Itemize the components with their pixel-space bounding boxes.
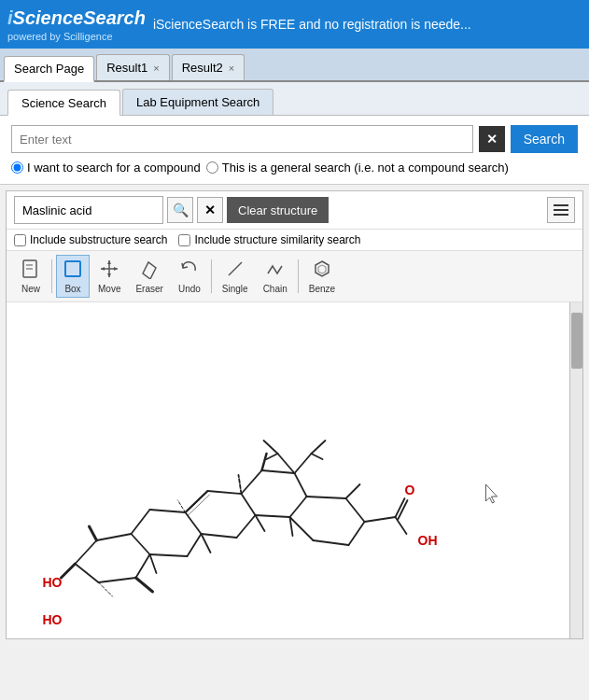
svg-line-59 — [202, 534, 211, 553]
svg-line-44 — [312, 441, 326, 454]
tool-undo[interactable]: Undo — [172, 255, 207, 298]
radio-compound-text: I want to search for a compound — [27, 161, 201, 175]
molecule-name-input[interactable] — [14, 196, 163, 224]
tool-benze[interactable]: Benze — [302, 255, 342, 298]
tab-result1-close[interactable]: × — [153, 63, 159, 74]
svg-line-35 — [307, 497, 346, 498]
radio-row: I want to search for a compound This is … — [11, 161, 578, 175]
hamburger-line-2 — [554, 209, 568, 211]
tool-sep-2 — [211, 259, 212, 293]
powered-by-label: powered by Scilligence — [7, 31, 146, 42]
svg-rect-3 — [65, 261, 80, 276]
tool-undo-icon — [179, 259, 200, 282]
radio-compound[interactable] — [11, 161, 23, 174]
search-area: ✕ Search I want to search for a compound… — [0, 116, 589, 185]
substructure-checkbox[interactable] — [14, 234, 26, 246]
section-tab-lab-label: Lab Equipment Search — [136, 95, 259, 109]
svg-line-50 — [99, 582, 113, 596]
vertical-scrollbar[interactable] — [569, 302, 582, 638]
similarity-checkbox[interactable] — [178, 234, 190, 246]
svg-line-43 — [278, 454, 295, 473]
tab-result2-close[interactable]: × — [229, 63, 234, 74]
svg-line-33 — [262, 470, 295, 473]
section-tabs: Science Search Lab Equipment Search — [0, 82, 589, 116]
clear-text-button[interactable]: ✕ — [479, 126, 505, 152]
svg-marker-9 — [114, 267, 118, 271]
tab-search-page-label: Search Page — [14, 62, 84, 76]
svg-line-14 — [76, 564, 99, 582]
molecule-canvas[interactable]: HO HO OH O — [7, 302, 582, 638]
tool-box-icon — [63, 259, 83, 282]
tool-chain[interactable]: Chain — [257, 255, 294, 298]
app-header: iScienceSearch powered by Scilligence iS… — [0, 0, 589, 49]
svg-marker-12 — [316, 261, 329, 276]
app-logo: iScienceSearch — [7, 7, 146, 29]
tool-box-label: Box — [64, 284, 80, 294]
svg-line-20 — [150, 554, 188, 556]
svg-line-41 — [189, 495, 210, 515]
similarity-label: Include structure similarity search — [194, 233, 360, 246]
ho-label-2: HO — [43, 612, 63, 627]
mol-clear-icon: ✕ — [204, 203, 216, 217]
search-button[interactable]: Search — [511, 125, 578, 153]
tool-single[interactable]: Single — [216, 255, 255, 298]
mol-clear-button[interactable]: ✕ — [197, 197, 223, 223]
svg-line-18 — [97, 534, 132, 540]
svg-line-62 — [346, 484, 360, 498]
svg-line-16 — [136, 554, 150, 578]
section-tab-lab[interactable]: Lab Equipment Search — [122, 89, 273, 115]
tool-eraser[interactable]: Eraser — [129, 255, 169, 298]
tool-eraser-label: Eraser — [135, 284, 162, 294]
svg-line-53 — [262, 454, 267, 470]
svg-line-17 — [132, 534, 150, 554]
svg-marker-7 — [107, 273, 111, 277]
clear-structure-button[interactable]: Clear structure — [227, 197, 329, 223]
svg-line-40 — [186, 491, 208, 512]
scroll-thumb[interactable] — [571, 313, 582, 369]
tool-new-label: New — [21, 284, 40, 294]
tool-new[interactable]: New — [14, 255, 48, 298]
svg-marker-6 — [107, 260, 111, 264]
svg-line-34 — [242, 470, 262, 494]
mol-search-button[interactable]: 🔍 — [167, 197, 193, 223]
hamburger-line-1 — [554, 204, 568, 206]
tool-eraser-icon — [139, 259, 160, 282]
tool-box[interactable]: Box — [56, 255, 90, 298]
hamburger-menu-button[interactable] — [547, 197, 575, 223]
svg-line-26 — [237, 515, 256, 538]
svg-line-39 — [290, 517, 314, 540]
radio-general[interactable] — [206, 161, 218, 174]
svg-line-48 — [90, 526, 97, 540]
search-input[interactable] — [11, 125, 473, 153]
tool-new-icon — [21, 259, 41, 282]
clear-text-icon: ✕ — [486, 132, 498, 147]
svg-line-37 — [349, 522, 365, 545]
tool-chain-icon — [265, 259, 286, 282]
header-message: iScienceSearch is FREE and no registrati… — [153, 17, 582, 32]
substructure-checkbox-label[interactable]: Include substructure search — [14, 233, 167, 246]
svg-line-60 — [256, 515, 265, 531]
radio-general-label[interactable]: This is a general search (i.e. not a com… — [206, 161, 509, 175]
hamburger-line-3 — [554, 214, 568, 216]
mol-search-bar: 🔍 ✕ Clear structure — [7, 191, 582, 230]
ho-label-1: HO — [43, 575, 63, 590]
radio-compound-label[interactable]: I want to search for a compound — [11, 161, 201, 175]
tabs-row: Search Page Result1 × Result2 × — [0, 49, 589, 82]
svg-line-46 — [264, 441, 278, 454]
tab-result1[interactable]: Result1 × — [96, 54, 170, 80]
cursor-pointer — [486, 484, 498, 503]
tool-undo-label: Undo — [178, 284, 201, 294]
tool-move[interactable]: Move — [91, 255, 127, 298]
svg-line-47 — [267, 454, 278, 459]
tab-result2-label: Result2 — [182, 61, 223, 75]
svg-line-25 — [202, 534, 237, 538]
tab-search-page[interactable]: Search Page — [4, 56, 94, 82]
section-tab-science[interactable]: Science Search — [7, 90, 120, 116]
similarity-checkbox-label[interactable]: Include structure similarity search — [178, 233, 360, 246]
svg-line-21 — [188, 534, 202, 556]
tab-result2[interactable]: Result2 × — [172, 54, 245, 80]
tool-benze-icon — [312, 259, 332, 282]
tool-benze-label: Benze — [309, 284, 335, 294]
tool-move-label: Move — [98, 284, 120, 294]
mol-search-icon: 🔍 — [173, 203, 189, 217]
